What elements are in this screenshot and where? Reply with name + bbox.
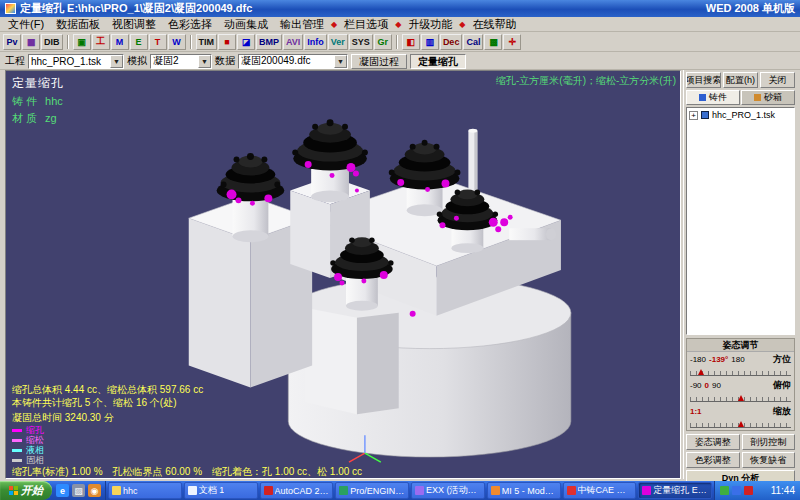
tray-icon-network[interactable] xyxy=(732,486,741,495)
menu-output[interactable]: 输出管理 xyxy=(274,17,330,31)
color-adjust-button[interactable]: 色彩调整 xyxy=(686,452,740,468)
menu-color-select[interactable]: 色彩选择 xyxy=(162,17,218,31)
toolbar-halfsquare-icon[interactable]: ◪ xyxy=(237,34,255,50)
viewport-3d[interactable]: 定量缩孔 铸 件hhc 材 质zg 缩孔-立方厘米(毫升)；缩松-立方分米(升)… xyxy=(5,70,681,479)
task-cae[interactable]: 中铸CAE 铸造工艺... xyxy=(563,482,637,499)
menu-data-panel[interactable]: 数据面板 xyxy=(50,17,106,31)
panel-actions: 姿态调整 剖切控制 色彩调整 恢复缺省 Dyn 分析 xyxy=(686,434,795,486)
show-desktop-icon[interactable]: ▨ xyxy=(72,484,85,497)
tree-item-project[interactable]: + hhc_PRO_1.tsk xyxy=(689,110,792,120)
pitch-min: -90 xyxy=(690,381,702,390)
toolbar-grid-icon[interactable]: ▦ xyxy=(22,34,40,50)
toolbar-button-avi[interactable]: AVI xyxy=(283,34,303,50)
toolbar-button-bmp[interactable]: BMP xyxy=(256,34,282,50)
task-exx[interactable]: EXX (活动的) - P... xyxy=(411,482,485,499)
toolbar-lines-icon[interactable]: ▥ xyxy=(421,34,439,50)
azimuth-slider[interactable] xyxy=(690,367,791,376)
base-notch xyxy=(305,308,399,414)
project-toolbar: 工程 hhc_PRO_1.tsk ▼ 模拟 凝固2 ▼ 数据 凝固200049.… xyxy=(0,53,800,70)
task-shrinkage-active[interactable]: 定量缩孔 E:\h... xyxy=(638,482,712,499)
task-modeling[interactable]: MI 5 - Modeling xyxy=(487,482,561,499)
project-tree[interactable]: + hhc_PRO_1.tsk xyxy=(686,107,795,335)
solidification-time: 凝固总时间 3240.30 分 xyxy=(12,411,114,425)
toolbar-separator xyxy=(396,35,398,49)
task-hhc[interactable]: hhc xyxy=(108,482,182,499)
toolbar-tool-icon[interactable]: 工 xyxy=(92,34,110,50)
toolbar-button-gr[interactable]: Gr xyxy=(374,34,392,50)
toolbar-hatch-icon[interactable]: ▩ xyxy=(484,34,502,50)
shrinkage-stats: 缩孔总体积 4.44 cc、缩松总体积 597.66 cc 本铸件共计缩孔 5 … xyxy=(12,383,203,409)
toolbar-button-dec[interactable]: Dec xyxy=(440,34,463,50)
cae-icon xyxy=(567,486,576,495)
pitch-slider[interactable] xyxy=(690,393,791,402)
toolbar-separator xyxy=(67,35,69,49)
start-button[interactable]: 开始 xyxy=(0,481,52,500)
project-label: 工程 xyxy=(5,54,25,68)
quantitative-shrinkage-button[interactable]: 定量缩孔 xyxy=(410,54,466,69)
data-combobox[interactable]: 凝固200049.dfc ▼ xyxy=(238,54,348,69)
main-toolbar: Pv ▦ DIB ▣ 工 M E T W TIM ■ ◪ BMP AVI Inf… xyxy=(0,32,800,52)
toolbar-button-pv[interactable]: Pv xyxy=(3,34,21,50)
simulation-combobox[interactable]: 凝固2 ▼ xyxy=(150,54,212,69)
pitch-slider-pointer[interactable] xyxy=(738,395,744,401)
tree-expander-icon[interactable]: + xyxy=(689,111,698,120)
tray-icon-antivirus[interactable] xyxy=(720,486,729,495)
toolbar-button-tim[interactable]: TIM xyxy=(196,34,218,50)
section-control-button[interactable]: 剖切控制 xyxy=(742,434,796,450)
menu-decor-icon: ◆ xyxy=(330,20,338,29)
project-combobox[interactable]: hhc_PRO_1.tsk ▼ xyxy=(28,54,124,69)
toolbar-cross-icon[interactable]: ✛ xyxy=(503,34,521,50)
posture-adjust-group: 姿态调节 -180 -139° 180 方位 -90 0 90 俯仰 xyxy=(686,338,795,431)
app-window: 定量缩孔 E:\hhc\PRO_1\凝固2\凝固200049.dfc WED 2… xyxy=(0,0,800,500)
posture-adjust-button[interactable]: 姿态调整 xyxy=(686,434,740,450)
config-button[interactable]: 配置(h) xyxy=(723,72,758,88)
menu-animation[interactable]: 动画集成 xyxy=(218,17,274,31)
toolbar-button-info[interactable]: Info xyxy=(304,34,327,50)
toolbar-square-icon[interactable]: ■ xyxy=(218,34,236,50)
tray-icon-volume[interactable] xyxy=(744,486,753,495)
solidification-process-button[interactable]: 凝固过程 xyxy=(351,54,407,69)
zoom-slider[interactable] xyxy=(690,419,791,428)
ie-browser-icon[interactable]: e xyxy=(56,484,69,497)
toolbar-button-ver[interactable]: Ver xyxy=(328,34,348,50)
menu-view-adjust[interactable]: 视图调整 xyxy=(106,17,162,31)
menu-column-options[interactable]: 栏目选项 xyxy=(338,17,394,31)
task-buttons: hhc 文档 1 AutoCAD 2006 - [... Pro/ENGINEE… xyxy=(106,481,714,500)
title-bar[interactable]: 定量缩孔 E:\hhc\PRO_1\凝固2\凝固200049.dfc WED 2… xyxy=(0,0,800,17)
chevron-down-icon[interactable]: ▼ xyxy=(110,55,123,68)
toolbar-leftbox-icon[interactable]: ◧ xyxy=(402,34,420,50)
tab-sandbox[interactable]: 砂箱 xyxy=(741,90,795,105)
zoom-slider-pointer[interactable] xyxy=(738,421,744,427)
menu-upgrade[interactable]: 升级功能 xyxy=(402,17,458,31)
tab-casting[interactable]: 铸件 xyxy=(686,90,740,105)
toolbar-button-t[interactable]: T xyxy=(149,34,167,50)
pitch-label: 俯仰 xyxy=(773,379,791,392)
toolbar-button-w[interactable]: W xyxy=(168,34,186,50)
toolbar-button-m[interactable]: M xyxy=(111,34,129,50)
document-icon xyxy=(188,486,197,495)
task-proengineer[interactable]: Pro/ENGINEER Wil... xyxy=(335,482,409,499)
media-player-icon[interactable]: ◉ xyxy=(88,484,101,497)
menu-bar: 文件(F) 数据面板 视图调整 色彩选择 动画集成 输出管理 ◆ 栏目选项 ◆ … xyxy=(0,17,800,32)
toolbar-button-dib[interactable]: DIB xyxy=(41,34,63,50)
casting-value: hhc xyxy=(45,95,63,107)
restore-default-button[interactable]: 恢复缺省 xyxy=(742,452,796,468)
close-panel-button[interactable]: 关闭 xyxy=(760,72,795,88)
toolbar-button-e[interactable]: E xyxy=(130,34,148,50)
menu-help[interactable]: 在线帮助 xyxy=(467,17,523,31)
legend-item: 缩松 xyxy=(12,435,44,445)
task-autocad[interactable]: AutoCAD 2006 - [... xyxy=(260,482,334,499)
project-search-button[interactable]: 项目搜索 xyxy=(686,72,721,88)
legend-swatch-solid xyxy=(12,459,22,462)
menu-file[interactable]: 文件(F) xyxy=(2,17,50,31)
chevron-down-icon[interactable]: ▼ xyxy=(334,55,347,68)
toolbar-button-cal[interactable]: Cal xyxy=(463,34,483,50)
chevron-down-icon[interactable]: ▼ xyxy=(198,55,211,68)
azimuth-slider-pointer[interactable] xyxy=(698,369,704,375)
stats-line-1: 缩孔总体积 4.44 cc、缩松总体积 597.66 cc xyxy=(12,383,203,396)
toolbar-panel-icon[interactable]: ▣ xyxy=(73,34,91,50)
toolbar-button-sys[interactable]: SYS xyxy=(349,34,373,50)
task-document[interactable]: 文档 1 xyxy=(184,482,258,499)
menu-decor-icon: ◆ xyxy=(394,20,402,29)
threshold-settings-line: 缩孔率(标准) 1.00 % 孔松临界点 60.00 % 缩孔着色：孔 1.00… xyxy=(12,465,362,479)
